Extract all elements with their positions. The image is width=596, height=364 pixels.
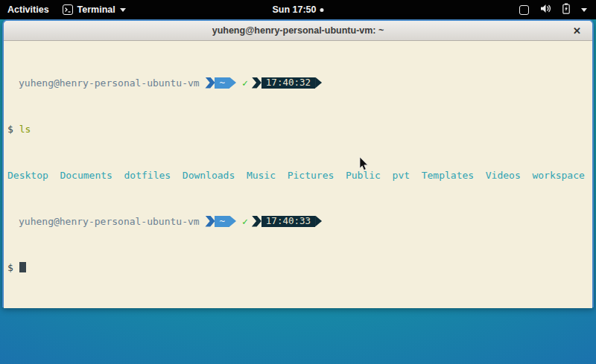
top-bar: Activities Terminal Sun 17:50 bbox=[0, 0, 596, 19]
screen-icon bbox=[519, 5, 529, 15]
prompt-line-2: yuheng@henry-personal-ubuntu-vm ~✓17:40:… bbox=[7, 216, 592, 228]
ls-output: Desktop Documents dotfiles Downloads Mus… bbox=[7, 170, 592, 182]
desktop: { "topbar": { "activities": "Activities"… bbox=[0, 0, 596, 364]
prompt-line-1: yuheng@henry-personal-ubuntu-vm ~✓17:40:… bbox=[7, 77, 592, 89]
powerline-tip-icon bbox=[229, 77, 236, 89]
powerline-time-segment: 17:40:32 bbox=[252, 77, 322, 89]
powerline-cwd-segment: ~ bbox=[205, 216, 236, 227]
status-check-icon: ✓ bbox=[242, 216, 248, 227]
prompt-symbol: $ bbox=[7, 124, 13, 135]
chevron-down-icon bbox=[120, 8, 126, 12]
powerline-arrow-icon bbox=[205, 216, 215, 227]
typed-command: ls bbox=[19, 124, 31, 135]
powerline-arrow-icon bbox=[205, 77, 215, 89]
prompt-cwd: ~ bbox=[215, 77, 229, 89]
command-line: $ ls bbox=[7, 124, 592, 135]
window-title: yuheng@henry-personal-ubuntu-vm: ~ bbox=[212, 25, 384, 36]
window-titlebar[interactable]: yuheng@henry-personal-ubuntu-vm: ~ ✕ bbox=[4, 21, 592, 41]
system-status-area[interactable] bbox=[519, 3, 596, 16]
powerline-tip-icon bbox=[315, 77, 322, 89]
system-menu-chevron-icon bbox=[581, 8, 587, 12]
terminal-content[interactable]: yuheng@henry-personal-ubuntu-vm ~✓17:40:… bbox=[4, 41, 592, 308]
prompt-user-host: yuheng@henry-personal-ubuntu-vm bbox=[19, 216, 200, 227]
app-menu[interactable]: Terminal bbox=[63, 4, 126, 15]
powerline-tip-icon bbox=[315, 216, 322, 227]
powerline-arrow-icon bbox=[252, 216, 261, 227]
current-prompt-line[interactable]: $ bbox=[7, 262, 592, 274]
app-menu-label: Terminal bbox=[77, 4, 115, 15]
status-check-icon: ✓ bbox=[242, 77, 248, 89]
powerline-cwd-segment: ~ bbox=[205, 77, 236, 89]
prompt-symbol: $ bbox=[7, 262, 13, 273]
volume-icon bbox=[540, 4, 551, 16]
close-button[interactable]: ✕ bbox=[573, 26, 581, 36]
powerline-time-segment: 17:40:33 bbox=[252, 216, 322, 227]
text-cursor bbox=[19, 262, 26, 272]
terminal-app-icon bbox=[63, 4, 73, 15]
powerline-tip-icon bbox=[229, 216, 236, 227]
top-bar-left: Activities Terminal bbox=[0, 4, 126, 15]
activities-button[interactable]: Activities bbox=[7, 4, 49, 15]
prompt-time: 17:40:32 bbox=[261, 77, 315, 89]
terminal-window: yuheng@henry-personal-ubuntu-vm: ~ ✕ yuh… bbox=[2, 19, 594, 307]
notification-dot-icon bbox=[320, 8, 324, 12]
prompt-cwd: ~ bbox=[215, 216, 229, 227]
clock-label: Sun 17:50 bbox=[272, 4, 316, 15]
prompt-user-host: yuheng@henry-personal-ubuntu-vm bbox=[19, 77, 200, 89]
powerline-arrow-icon bbox=[252, 77, 261, 89]
battery-charging-icon bbox=[562, 3, 570, 16]
clock-button[interactable]: Sun 17:50 bbox=[272, 0, 323, 19]
prompt-time: 17:40:33 bbox=[261, 216, 315, 227]
